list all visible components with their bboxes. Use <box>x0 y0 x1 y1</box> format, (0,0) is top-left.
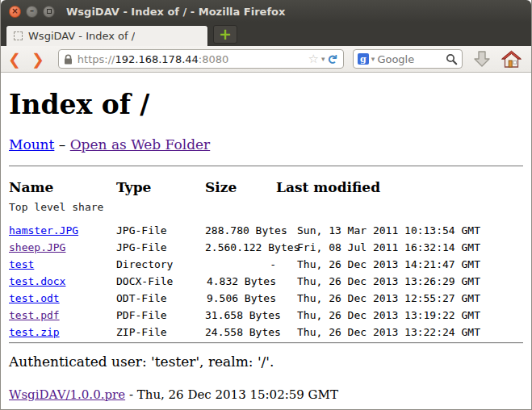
file-listing-table: Name Type Size Last modified Top level s… <box>9 177 526 341</box>
divider-bottom <box>9 342 523 344</box>
column-header-modified: Last modified <box>276 177 526 198</box>
download-icon[interactable] <box>473 49 491 69</box>
mount-link[interactable]: Mount <box>9 136 54 153</box>
page-nav-links: Mount – Open as Web Folder <box>9 136 523 153</box>
file-modified: Fri, 08 Jul 2011 16:32:14 GMT <box>276 239 526 256</box>
table-header-row: Name Type Size Last modified <box>9 177 526 198</box>
table-row: test Directory - Thu, 26 Dec 2013 14:21:… <box>9 256 526 273</box>
share-caption: Top level share <box>9 198 526 222</box>
file-link[interactable]: hamster.JPG <box>9 224 78 236</box>
version-timestamp: - Thu, 26 Dec 2013 15:02:59 GMT <box>125 387 338 402</box>
url-text: https://192.168.178.44:8080 <box>77 53 305 65</box>
url-host: 192.168.178.44 <box>115 53 198 65</box>
column-header-type: Type <box>116 177 205 198</box>
window-minimize-button[interactable]: – <box>26 6 38 18</box>
file-type: Directory <box>116 256 205 273</box>
column-header-name: Name <box>9 177 116 198</box>
tab-bar: WsgiDAV - Index of / + <box>1 23 531 46</box>
column-header-size: Size <box>205 177 276 198</box>
file-type: PDF-File <box>116 307 205 324</box>
bookmark-star-icon[interactable]: ☆ <box>308 52 318 66</box>
page-title: Index of / <box>9 90 523 120</box>
table-row: hamster.JPG JPG-File 288.780 Bytes Sun, … <box>9 222 526 239</box>
file-link[interactable]: test.docx <box>9 275 65 287</box>
window-title: WsgiDAV - Index of / - Mozilla Firefox <box>66 6 285 18</box>
table-row: test.odt ODT-File 9.506 Bytes Thu, 26 De… <box>9 290 526 307</box>
file-type: JPG-File <box>116 239 205 256</box>
server-version-line: WsgiDAV/1.0.0.pre - Thu, 26 Dec 2013 15:… <box>9 387 523 402</box>
authenticated-user-line: Authenticated user: 'tester', realm: '/'… <box>9 354 523 370</box>
wsgidav-version-link[interactable]: WsgiDAV/1.0.0.pre <box>9 387 125 402</box>
file-modified: Thu, 26 Dec 2013 13:19:22 GMT <box>276 307 526 324</box>
divider-top <box>9 165 523 167</box>
tab-active[interactable]: WsgiDAV - Index of / <box>6 25 208 46</box>
file-size: 288.780 Bytes <box>205 222 276 239</box>
window-maximize-button[interactable] <box>43 6 55 18</box>
table-row: test.docx DOCX-File 4.832 Bytes Thu, 26 … <box>9 273 526 290</box>
search-box[interactable]: g ▾ <box>353 49 463 69</box>
magnifier-icon[interactable] <box>446 53 458 65</box>
table-row: test.pdf PDF-File 31.658 Bytes Thu, 26 D… <box>9 307 526 324</box>
file-modified: Thu, 26 Dec 2013 13:26:29 GMT <box>276 273 526 290</box>
file-size: 4.832 Bytes <box>205 273 276 290</box>
table-row: sheep.JPG JPG-File 2.560.122 Bytes Fri, … <box>9 239 526 256</box>
page-content: Index of / Mount – Open as Web Folder Na… <box>1 73 531 410</box>
browser-window: × – WsgiDAV - Index of / - Mozilla Firef… <box>0 0 532 410</box>
file-modified: Sun, 13 Mar 2011 10:13:54 GMT <box>276 222 526 239</box>
maximize-icon <box>47 9 52 14</box>
url-scheme: https:// <box>77 53 115 65</box>
search-input[interactable] <box>377 53 445 65</box>
file-modified: Thu, 26 Dec 2013 14:21:47 GMT <box>276 256 526 273</box>
file-size: 2.560.122 Bytes <box>205 239 276 256</box>
home-icon[interactable] <box>501 50 522 69</box>
lock-icon <box>64 54 73 65</box>
file-link[interactable]: test.zip <box>9 326 60 338</box>
file-size: - <box>205 256 276 273</box>
search-engine-icon[interactable]: g <box>358 53 369 65</box>
new-tab-button[interactable]: + <box>213 25 237 44</box>
file-size: 9.506 Bytes <box>205 290 276 307</box>
search-engine-dropdown-icon[interactable]: ▾ <box>371 55 375 63</box>
file-link[interactable]: test <box>9 258 34 270</box>
file-type: ODT-File <box>116 290 205 307</box>
navigation-toolbar: ❮ ❯ https://192.168.178.44:8080 ☆ ▾ ↻ g … <box>1 46 531 73</box>
url-bar[interactable]: https://192.168.178.44:8080 ☆ ▾ ↻ <box>58 49 344 69</box>
share-caption-row: Top level share <box>9 198 526 222</box>
file-size: 24.558 Bytes <box>205 324 276 341</box>
file-type: DOCX-File <box>116 273 205 290</box>
file-link[interactable]: sheep.JPG <box>9 241 65 253</box>
window-titlebar: × – WsgiDAV - Index of / - Mozilla Firef… <box>1 0 531 23</box>
file-modified: Thu, 26 Dec 2013 12:55:27 GMT <box>276 290 526 307</box>
file-type: ZIP-File <box>116 324 205 341</box>
favicon-placeholder-icon <box>14 31 23 40</box>
file-modified: Thu, 26 Dec 2013 13:22:24 GMT <box>276 324 526 341</box>
file-link[interactable]: test.odt <box>9 292 60 304</box>
file-link[interactable]: test.pdf <box>9 309 60 321</box>
window-close-button[interactable]: × <box>9 6 21 18</box>
table-row: test.zip ZIP-File 24.558 Bytes Thu, 26 D… <box>9 324 526 341</box>
file-size: 31.658 Bytes <box>205 307 276 324</box>
back-button[interactable]: ❮ <box>8 52 21 67</box>
forward-button[interactable]: ❯ <box>31 52 44 67</box>
url-port: :8080 <box>199 53 228 65</box>
link-separator: – <box>59 136 66 153</box>
open-as-web-folder-link[interactable]: Open as Web Folder <box>70 136 211 153</box>
reload-icon[interactable]: ↻ <box>325 53 341 64</box>
tab-title: WsgiDAV - Index of / <box>28 30 135 42</box>
file-type: JPG-File <box>116 222 205 239</box>
